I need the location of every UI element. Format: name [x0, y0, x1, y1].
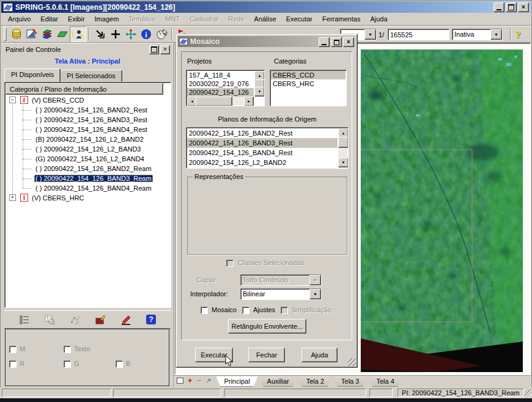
projects-listbox[interactable]: 157_A_118_420030202_219_07620090422_154_…	[186, 70, 265, 106]
add-screen-icon[interactable]: +	[188, 378, 193, 384]
menu-imagem[interactable]: Imagem	[90, 13, 124, 24]
pan-button[interactable]	[123, 27, 138, 42]
tree-item[interactable]: ( ) 20090422_154_126_BAND3_Rest	[5, 115, 171, 125]
bounding-rectangle-button[interactable]: Retângulo Envolvente...	[228, 319, 306, 334]
mosaico-checkbox[interactable]	[201, 307, 208, 314]
undock-button[interactable]	[149, 45, 159, 54]
tab-principal[interactable]: Principal	[216, 376, 257, 387]
detach-screen-icon[interactable]: ↗	[205, 378, 211, 384]
tree-item[interactable]: ( ) 20090422_154_126_L2_BAND3	[5, 144, 171, 154]
help-button[interactable]: ?	[515, 28, 521, 41]
menu-mnt[interactable]: MNT	[160, 13, 185, 24]
minimize-button[interactable]	[493, 2, 504, 12]
tab-pi-disponiveis[interactable]: PI Disponíveis	[4, 68, 61, 82]
planes-listbox[interactable]: 20090422_154_126_BAND2_Rest20090422_154_…	[186, 127, 349, 169]
menu-executar[interactable]: Executar	[281, 13, 317, 24]
menu-rede[interactable]: Rede	[223, 13, 249, 24]
tree-item[interactable]: ( ) 20090422_154_126_BAND2_Rest	[5, 105, 171, 115]
dialog-minimize-button[interactable]	[319, 37, 330, 47]
vertical-scrollbar[interactable]: ▲ ▼	[254, 71, 264, 97]
scroll-right-icon[interactable]: ►	[244, 97, 254, 106]
interpolator-combobox[interactable]: Bilinear ▼	[240, 288, 322, 300]
dialog-close-button[interactable]: ×	[343, 37, 354, 47]
window-titlebar[interactable]: SPRING-5.0.6.1 [Imagens][20090422_154_12…	[1, 1, 531, 13]
toolbar-handle[interactable]	[4, 27, 7, 41]
scroll-down-icon[interactable]: ▼	[254, 87, 265, 97]
list-item[interactable]: 20090422_154_126_BAND2_Rest	[187, 128, 338, 138]
list-item[interactable]: CBERS_HRC	[271, 79, 345, 88]
list-view-button[interactable]	[17, 312, 32, 327]
list-item[interactable]: 20090422_154_126_BAND3_Rest	[187, 138, 338, 148]
tree-item[interactable]: (B) 20090422_154_126_L2_BAND2	[5, 134, 171, 144]
window-resize-grip[interactable]	[524, 389, 531, 397]
menu-temático[interactable]: Temático	[124, 13, 160, 24]
menu-exibir[interactable]: Exibir	[63, 13, 90, 24]
close-button[interactable]: ×	[518, 2, 529, 12]
tab-tela-4[interactable]: Tela 4	[368, 376, 402, 387]
ajustes-checkbox[interactable]	[242, 307, 249, 314]
chevron-down-icon[interactable]: ▼	[364, 29, 376, 40]
tab-tela-3[interactable]: Tela 3	[333, 376, 367, 387]
zoom-plus-button[interactable]	[108, 27, 123, 42]
mode-combobox[interactable]: Inativa ▼	[452, 28, 503, 41]
dialog-maximize-button[interactable]	[331, 37, 342, 47]
tab-auxiliar[interactable]: Auxiliar	[259, 376, 297, 387]
checkbox-r[interactable]	[9, 360, 17, 368]
tree-item[interactable]: ( ) 20090422_154_126_BAND4_Rest	[5, 125, 171, 134]
satellite-image[interactable]	[361, 49, 523, 372]
horizontal-scrollbar[interactable]: ◄ ►	[187, 97, 254, 105]
parallelogram-button[interactable]	[54, 27, 70, 42]
simplificacao-checkbox[interactable]	[281, 307, 288, 314]
tree-item[interactable]: ( ) 20090422_154_126_BAND2_Ream	[5, 164, 171, 174]
maximize-button[interactable]	[506, 2, 517, 12]
menu-cadastral[interactable]: Cadastral	[185, 13, 223, 24]
checkbox-m[interactable]	[9, 346, 17, 353]
checkbox-b[interactable]	[116, 360, 123, 368]
list-item[interactable]: 20090422_154_126_L2_BAND2	[187, 158, 338, 167]
checkbox-texto[interactable]	[64, 346, 71, 353]
scrollbar-thumb[interactable]	[196, 97, 232, 106]
tree-header[interactable]: Categoria / Plano de Informação	[6, 83, 163, 95]
scale-input[interactable]	[388, 29, 449, 40]
menu-arquivo[interactable]: Arquivo	[3, 13, 35, 24]
menu-análise[interactable]: Análise	[249, 13, 281, 24]
info-button[interactable]: i	[138, 27, 153, 42]
cursor-info-button[interactable]	[70, 26, 86, 42]
dialog-titlebar[interactable]: Mosaico ×	[178, 36, 355, 47]
list-item[interactable]: 20090422_154_126_BAND4_Rest	[187, 148, 338, 158]
measure-button[interactable]	[24, 27, 39, 42]
vertical-scrollbar[interactable]: ▲ ▼	[338, 128, 347, 167]
database-button[interactable]	[9, 27, 24, 42]
expand-icon[interactable]: +	[9, 194, 16, 201]
chevron-down-icon[interactable]: ▼	[490, 29, 502, 40]
collapse-icon[interactable]: −	[9, 97, 16, 103]
classes-checkbox[interactable]	[226, 260, 234, 267]
scrollbar-thumb[interactable]	[338, 137, 349, 148]
list-item[interactable]: 20030202_219_076	[187, 79, 254, 88]
checkbox-g[interactable]	[64, 360, 71, 368]
menu-ferramentas[interactable]: Ferramentas	[317, 13, 365, 24]
vector-edit-button[interactable]	[68, 312, 83, 327]
dialog-close-action-button[interactable]: Fechar	[248, 348, 285, 362]
recompose-button[interactable]	[92, 27, 108, 42]
list-item[interactable]: 20090422_154_126	[187, 88, 254, 97]
categories-listbox[interactable]: CBERS_CCDCBERS_HRC	[270, 70, 347, 106]
acquire-button[interactable]	[153, 27, 169, 42]
menu-editar[interactable]: Editar	[35, 13, 63, 24]
tree-category[interactable]: +I(V) CBERS_HRC	[5, 193, 171, 203]
remove-screen-icon[interactable]: −	[197, 378, 202, 384]
dialog-help-button[interactable]: Ajuda	[301, 348, 338, 362]
dock-icon[interactable]	[177, 378, 183, 384]
panel-help-button[interactable]: ?	[144, 312, 158, 327]
panel-close-button[interactable]: ×	[160, 45, 170, 54]
tree-item[interactable]: ( ) 20090422_154_126_BAND4_Ream	[5, 183, 171, 193]
tree-item[interactable]: (G) 20090422_154_126_L2_BAND4	[5, 154, 171, 164]
resize-grip[interactable]	[348, 358, 356, 366]
chevron-down-icon[interactable]: ▼	[309, 289, 321, 299]
tab-tela-2[interactable]: Tela 2	[298, 376, 332, 387]
raster-edit-button[interactable]	[93, 312, 108, 327]
list-item[interactable]: CBERS_CCD	[271, 71, 345, 79]
list-item[interactable]: 157_A_118_4	[187, 71, 254, 79]
draw-button[interactable]	[119, 312, 133, 327]
tree-item[interactable]: ( ) 20090422_154_126_BAND3_Ream	[5, 174, 171, 183]
